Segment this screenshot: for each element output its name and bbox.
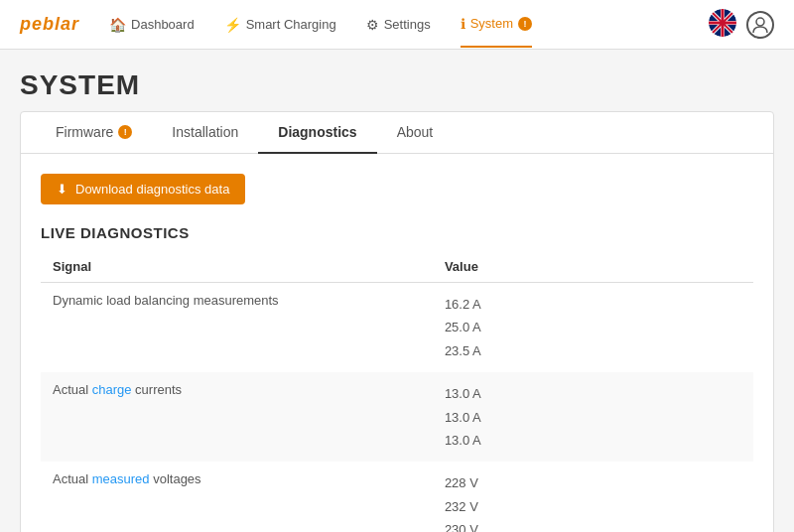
- nav-dashboard-label: Dashboard: [131, 17, 195, 32]
- nav-smart-charging[interactable]: ⚡ Smart Charging: [224, 3, 336, 47]
- tab-content-diagnostics: ⬇ Download diagnostics data LIVE DIAGNOS…: [21, 154, 773, 532]
- live-diagnostics-title: LIVE DIAGNOSTICS: [41, 224, 753, 241]
- svg-point-9: [756, 18, 764, 26]
- logo[interactable]: peblar: [20, 14, 79, 35]
- nav-settings-label: Settings: [384, 17, 431, 32]
- value-line: 13.0 A: [445, 429, 741, 452]
- firmware-alert-badge: !: [118, 125, 132, 139]
- nav-settings[interactable]: ⚙ Settings: [366, 3, 431, 47]
- smart-charging-icon: ⚡: [224, 17, 241, 33]
- table-row: Actual charge currents13.0 A13.0 A13.0 A: [41, 372, 753, 462]
- tab-installation-label: Installation: [172, 124, 238, 140]
- value-cell: 13.0 A13.0 A13.0 A: [433, 372, 753, 462]
- header: peblar 🏠 Dashboard ⚡ Smart Charging ⚙ Se…: [0, 0, 794, 50]
- value-line: 13.0 A: [445, 382, 741, 405]
- col-header-value: Value: [433, 251, 753, 283]
- diagnostics-table: Signal Value Dynamic load balancing meas…: [41, 251, 753, 532]
- page-title-area: SYSTEM: [0, 50, 794, 111]
- system-alert-badge: !: [518, 17, 532, 31]
- nav-system[interactable]: ℹ System !: [461, 2, 532, 48]
- value-line: 230 V: [445, 518, 741, 532]
- tab-diagnostics-label: Diagnostics: [278, 124, 356, 140]
- signal-link[interactable]: charge: [92, 382, 132, 397]
- tab-installation[interactable]: Installation: [152, 112, 258, 154]
- header-right: [709, 9, 774, 40]
- value-cell: 228 V232 V230 V: [433, 462, 753, 532]
- settings-icon: ⚙: [366, 17, 379, 33]
- nav-system-label: System: [470, 16, 513, 31]
- language-selector[interactable]: [709, 9, 736, 40]
- tab-diagnostics[interactable]: Diagnostics: [258, 112, 376, 154]
- download-label: Download diagnostics data: [75, 182, 229, 197]
- content-card: Firmware ! Installation Diagnostics Abou…: [20, 111, 774, 532]
- download-icon: ⬇: [57, 182, 67, 197]
- value-line: 16.2 A: [445, 293, 741, 316]
- dashboard-icon: 🏠: [109, 17, 126, 33]
- tab-firmware[interactable]: Firmware !: [36, 112, 152, 154]
- value-line: 25.0 A: [445, 316, 741, 338]
- nav-smart-charging-label: Smart Charging: [246, 17, 336, 32]
- value-cell: 16.2 A25.0 A23.5 A: [433, 283, 753, 373]
- page-title: SYSTEM: [20, 69, 774, 101]
- tab-firmware-label: Firmware: [56, 124, 113, 140]
- signal-cell: Dynamic load balancing measurements: [41, 283, 433, 373]
- value-line: 228 V: [445, 471, 741, 494]
- user-profile-button[interactable]: [746, 11, 774, 39]
- signal-cell: Actual measured voltages: [41, 462, 433, 532]
- value-line: 23.5 A: [445, 339, 741, 362]
- download-diagnostics-button[interactable]: ⬇ Download diagnostics data: [41, 174, 245, 204]
- table-row: Dynamic load balancing measurements16.2 …: [41, 283, 753, 373]
- nav-dashboard[interactable]: 🏠 Dashboard: [109, 3, 195, 47]
- col-header-signal: Signal: [41, 251, 433, 283]
- system-icon: ℹ: [461, 16, 465, 32]
- signal-link[interactable]: measured: [92, 471, 150, 486]
- table-row: Actual measured voltages228 V232 V230 V: [41, 462, 753, 532]
- tab-about[interactable]: About: [377, 112, 454, 154]
- signal-cell: Actual charge currents: [41, 372, 433, 462]
- tab-about-label: About: [397, 124, 434, 140]
- tabs: Firmware ! Installation Diagnostics Abou…: [21, 112, 773, 154]
- main-nav: 🏠 Dashboard ⚡ Smart Charging ⚙ Settings …: [109, 2, 709, 48]
- value-line: 232 V: [445, 495, 741, 518]
- value-line: 13.0 A: [445, 406, 741, 429]
